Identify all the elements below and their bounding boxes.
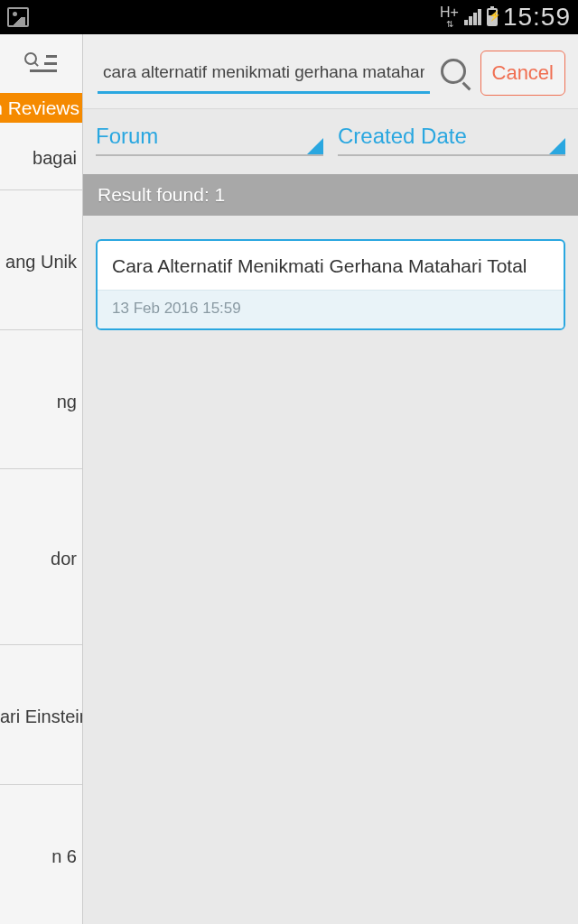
status-bar: H+ ⇅ 15:59: [0, 0, 578, 34]
drawer-item[interactable]: ang Unik: [0, 190, 82, 330]
gallery-icon: [7, 7, 29, 27]
result-card[interactable]: Cara Alternatif Menikmati Gerhana Mataha…: [96, 239, 565, 330]
filter-sort-label: Created Date: [338, 124, 467, 149]
status-left: [7, 7, 29, 27]
drawer-tab-reviews[interactable]: n Reviews: [0, 93, 82, 123]
filter-sort[interactable]: Created Date: [338, 118, 565, 156]
drawer-item[interactable]: n 6: [0, 785, 82, 924]
app-body: n Reviews bagai ang Unik ng dor ari Eins…: [0, 34, 578, 924]
result-count-bar: Result found: 1: [83, 174, 578, 216]
clock: 15:59: [503, 3, 571, 32]
search-row: Cancel: [83, 34, 578, 109]
status-right: H+ ⇅ 15:59: [440, 3, 571, 32]
filter-category-label: Forum: [96, 124, 158, 149]
drawer-search-toggle[interactable]: [0, 34, 82, 93]
network-label: H+: [440, 5, 459, 20]
battery-charging-icon: [487, 8, 498, 26]
results-list: Cara Alternatif Menikmati Gerhana Mataha…: [83, 216, 578, 354]
signal-icon: [464, 9, 481, 25]
drawer-item[interactable]: dor: [0, 469, 82, 645]
drawer-item[interactable]: ng: [0, 330, 82, 470]
result-title: Cara Alternatif Menikmati Gerhana Mataha…: [98, 241, 564, 290]
search-icon[interactable]: [439, 57, 471, 89]
network-arrows-icon: ⇅: [446, 20, 452, 29]
filter-row: Forum Created Date: [83, 109, 578, 156]
drawer-item[interactable]: ari Einstein: [0, 645, 82, 785]
result-meta: 13 Feb 2016 15:59: [98, 290, 564, 328]
search-panel: Cancel Forum Created Date Result found: …: [83, 34, 578, 924]
left-drawer[interactable]: n Reviews bagai ang Unik ng dor ari Eins…: [0, 34, 83, 924]
cancel-button[interactable]: Cancel: [480, 51, 565, 96]
filter-category[interactable]: Forum: [96, 118, 323, 156]
search-input[interactable]: [98, 52, 430, 94]
network-indicator: H+ ⇅: [440, 5, 459, 29]
drawer-item[interactable]: bagai: [0, 123, 82, 190]
search-list-icon: [26, 54, 57, 74]
